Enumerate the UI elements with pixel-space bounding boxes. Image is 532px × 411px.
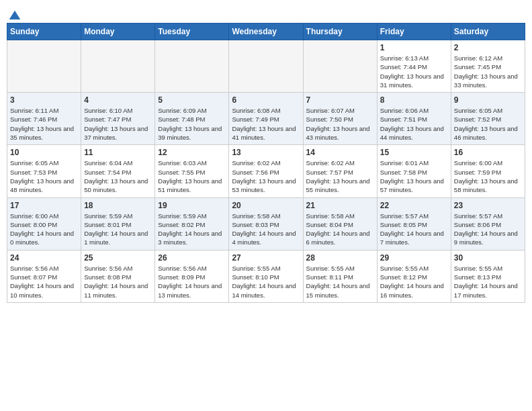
day-info: Sunrise: 6:02 AM Sunset: 7:56 PM Dayligh… [232, 158, 300, 194]
calendar-day-cell: 28Sunrise: 5:55 AM Sunset: 8:11 PM Dayli… [303, 250, 377, 302]
day-number: 4 [84, 95, 152, 105]
calendar-day-cell: 14Sunrise: 6:02 AM Sunset: 7:57 PM Dayli… [303, 145, 377, 197]
calendar-header-cell: Thursday [303, 24, 377, 40]
calendar-header-cell: Friday [377, 24, 451, 40]
day-number: 20 [232, 201, 300, 210]
day-info: Sunrise: 5:55 AM Sunset: 8:10 PM Dayligh… [232, 264, 300, 300]
calendar-day-cell: 7Sunrise: 6:07 AM Sunset: 7:50 PM Daylig… [303, 93, 377, 145]
calendar-week-row: 3Sunrise: 6:11 AM Sunset: 7:46 PM Daylig… [7, 93, 525, 145]
day-info: Sunrise: 5:56 AM Sunset: 8:09 PM Dayligh… [158, 264, 226, 300]
calendar-day-cell: 25Sunrise: 5:56 AM Sunset: 8:08 PM Dayli… [81, 250, 155, 302]
day-number: 6 [232, 95, 300, 105]
day-info: Sunrise: 6:02 AM Sunset: 7:57 PM Dayligh… [306, 158, 374, 194]
calendar-day-cell [155, 40, 229, 93]
day-info: Sunrise: 6:05 AM Sunset: 7:53 PM Dayligh… [10, 158, 78, 194]
calendar-day-cell: 21Sunrise: 5:58 AM Sunset: 8:04 PM Dayli… [303, 197, 377, 250]
day-number: 1 [380, 43, 448, 52]
calendar-body: 1Sunrise: 6:13 AM Sunset: 7:44 PM Daylig… [7, 40, 525, 303]
day-info: Sunrise: 6:00 AM Sunset: 7:59 PM Dayligh… [454, 158, 522, 194]
calendar-day-cell: 11Sunrise: 6:04 AM Sunset: 7:54 PM Dayli… [81, 145, 155, 197]
day-number: 28 [306, 253, 374, 263]
day-info: Sunrise: 6:12 AM Sunset: 7:45 PM Dayligh… [454, 54, 522, 89]
calendar-week-row: 1Sunrise: 6:13 AM Sunset: 7:44 PM Daylig… [7, 40, 525, 93]
calendar-day-cell [229, 40, 303, 93]
calendar-day-cell: 10Sunrise: 6:05 AM Sunset: 7:53 PM Dayli… [7, 145, 81, 197]
day-info: Sunrise: 5:57 AM Sunset: 8:05 PM Dayligh… [380, 212, 448, 247]
calendar-day-cell: 16Sunrise: 6:00 AM Sunset: 7:59 PM Dayli… [451, 145, 525, 197]
day-number: 24 [10, 253, 78, 263]
calendar-header-cell: Monday [81, 24, 155, 40]
calendar-day-cell [81, 40, 155, 93]
day-info: Sunrise: 6:13 AM Sunset: 7:44 PM Dayligh… [380, 54, 448, 89]
calendar-week-row: 10Sunrise: 6:05 AM Sunset: 7:53 PM Dayli… [7, 145, 525, 197]
logo [7, 9, 21, 19]
day-info: Sunrise: 6:06 AM Sunset: 7:51 PM Dayligh… [380, 106, 448, 142]
calendar-day-cell: 18Sunrise: 5:59 AM Sunset: 8:01 PM Dayli… [81, 197, 155, 250]
calendar-day-cell: 5Sunrise: 6:09 AM Sunset: 7:48 PM Daylig… [155, 93, 229, 145]
day-info: Sunrise: 6:09 AM Sunset: 7:48 PM Dayligh… [158, 106, 226, 142]
day-info: Sunrise: 5:59 AM Sunset: 8:01 PM Dayligh… [84, 212, 152, 247]
day-info: Sunrise: 6:04 AM Sunset: 7:54 PM Dayligh… [84, 158, 152, 194]
calendar-day-cell: 23Sunrise: 5:57 AM Sunset: 8:06 PM Dayli… [451, 197, 525, 250]
calendar-day-cell: 30Sunrise: 5:55 AM Sunset: 8:13 PM Dayli… [451, 250, 525, 302]
calendar-day-cell: 2Sunrise: 6:12 AM Sunset: 7:45 PM Daylig… [451, 40, 525, 93]
calendar-day-cell: 24Sunrise: 5:56 AM Sunset: 8:07 PM Dayli… [7, 250, 81, 302]
day-info: Sunrise: 5:55 AM Sunset: 8:11 PM Dayligh… [306, 264, 374, 300]
calendar-header-cell: Sunday [7, 24, 81, 40]
day-number: 16 [454, 148, 522, 157]
day-number: 18 [84, 201, 152, 210]
day-number: 27 [232, 253, 300, 263]
day-number: 5 [158, 95, 226, 105]
day-number: 7 [306, 95, 374, 105]
day-number: 2 [454, 43, 522, 52]
day-info: Sunrise: 6:03 AM Sunset: 7:55 PM Dayligh… [158, 158, 226, 194]
day-info: Sunrise: 6:01 AM Sunset: 7:58 PM Dayligh… [380, 158, 448, 194]
day-number: 3 [10, 95, 78, 105]
calendar-day-cell: 27Sunrise: 5:55 AM Sunset: 8:10 PM Dayli… [229, 250, 303, 302]
day-info: Sunrise: 6:10 AM Sunset: 7:47 PM Dayligh… [84, 106, 152, 142]
calendar-day-cell: 12Sunrise: 6:03 AM Sunset: 7:55 PM Dayli… [155, 145, 229, 197]
day-info: Sunrise: 6:00 AM Sunset: 8:00 PM Dayligh… [10, 212, 78, 247]
calendar-header-cell: Wednesday [229, 24, 303, 40]
day-number: 9 [454, 95, 522, 105]
day-number: 30 [454, 253, 522, 263]
day-info: Sunrise: 5:58 AM Sunset: 8:04 PM Dayligh… [306, 212, 374, 247]
day-number: 25 [84, 253, 152, 263]
calendar-day-cell: 8Sunrise: 6:06 AM Sunset: 7:51 PM Daylig… [377, 93, 451, 145]
calendar-day-cell: 15Sunrise: 6:01 AM Sunset: 7:58 PM Dayli… [377, 145, 451, 197]
calendar-day-cell: 19Sunrise: 5:59 AM Sunset: 8:02 PM Dayli… [155, 197, 229, 250]
day-info: Sunrise: 6:05 AM Sunset: 7:52 PM Dayligh… [454, 106, 522, 142]
day-number: 10 [10, 148, 78, 157]
day-info: Sunrise: 5:55 AM Sunset: 8:12 PM Dayligh… [380, 264, 448, 300]
day-info: Sunrise: 5:56 AM Sunset: 8:08 PM Dayligh… [84, 264, 152, 300]
day-info: Sunrise: 5:58 AM Sunset: 8:03 PM Dayligh… [232, 212, 300, 247]
calendar-day-cell: 22Sunrise: 5:57 AM Sunset: 8:05 PM Dayli… [377, 197, 451, 250]
calendar-day-cell: 29Sunrise: 5:55 AM Sunset: 8:12 PM Dayli… [377, 250, 451, 302]
day-number: 15 [380, 148, 448, 157]
day-number: 29 [380, 253, 448, 263]
calendar-day-cell: 17Sunrise: 6:00 AM Sunset: 8:00 PM Dayli… [7, 197, 81, 250]
calendar-week-row: 24Sunrise: 5:56 AM Sunset: 8:07 PM Dayli… [7, 250, 525, 302]
calendar-day-cell: 26Sunrise: 5:56 AM Sunset: 8:09 PM Dayli… [155, 250, 229, 302]
calendar-day-cell: 6Sunrise: 6:08 AM Sunset: 7:49 PM Daylig… [229, 93, 303, 145]
day-info: Sunrise: 5:55 AM Sunset: 8:13 PM Dayligh… [454, 264, 522, 300]
calendar-header-cell: Saturday [451, 24, 525, 40]
page-header [7, 7, 525, 19]
day-info: Sunrise: 6:07 AM Sunset: 7:50 PM Dayligh… [306, 106, 374, 142]
calendar-day-cell [303, 40, 377, 93]
logo-icon [8, 9, 21, 23]
day-number: 23 [454, 201, 522, 210]
day-number: 19 [158, 201, 226, 210]
day-info: Sunrise: 6:11 AM Sunset: 7:46 PM Dayligh… [10, 106, 78, 142]
day-info: Sunrise: 5:59 AM Sunset: 8:02 PM Dayligh… [158, 212, 226, 247]
calendar-day-cell [7, 40, 81, 93]
calendar-day-cell: 20Sunrise: 5:58 AM Sunset: 8:03 PM Dayli… [229, 197, 303, 250]
calendar-week-row: 17Sunrise: 6:00 AM Sunset: 8:00 PM Dayli… [7, 197, 525, 250]
day-number: 12 [158, 148, 226, 157]
day-info: Sunrise: 6:08 AM Sunset: 7:49 PM Dayligh… [232, 106, 300, 142]
day-number: 11 [84, 148, 152, 157]
calendar-day-cell: 1Sunrise: 6:13 AM Sunset: 7:44 PM Daylig… [377, 40, 451, 93]
calendar-day-cell: 4Sunrise: 6:10 AM Sunset: 7:47 PM Daylig… [81, 93, 155, 145]
calendar-table: SundayMondayTuesdayWednesdayThursdayFrid… [7, 23, 525, 303]
day-info: Sunrise: 5:56 AM Sunset: 8:07 PM Dayligh… [10, 264, 78, 300]
